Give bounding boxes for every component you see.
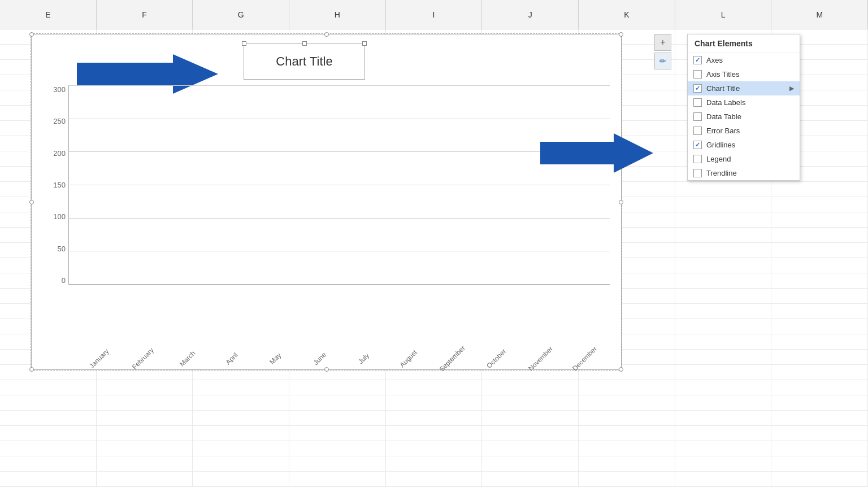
grid-cell[interactable] [675,334,772,349]
grid-cell[interactable] [579,472,675,486]
element-item-data-labels[interactable]: Data Labels [688,95,800,110]
grid-cell[interactable] [482,456,579,471]
grid-cell[interactable] [675,411,772,425]
grid-cell[interactable] [771,411,868,425]
checkbox-axes[interactable] [693,56,702,64]
handle-tl[interactable] [29,32,34,37]
checkbox-chart-title[interactable] [693,84,702,93]
grid-cell[interactable] [289,395,386,410]
grid-cell[interactable] [97,411,193,425]
checkbox-error-bars[interactable] [693,127,702,135]
grid-cell[interactable] [193,380,289,395]
chart-container[interactable]: Chart Title 300 250 200 150 100 50 0 [31,34,622,370]
grid-cell[interactable] [675,182,772,197]
grid-cell[interactable] [675,350,772,364]
grid-cell[interactable] [771,350,868,364]
grid-cell[interactable] [771,365,868,380]
grid-cell[interactable] [97,380,193,395]
handle-ml[interactable] [29,200,34,204]
grid-cell[interactable] [675,380,772,395]
grid-cell[interactable] [675,365,772,380]
grid-cell[interactable] [675,243,772,258]
grid-cell[interactable] [579,426,675,441]
grid-cell[interactable] [0,441,97,456]
grid-cell[interactable] [97,456,193,471]
grid-cell[interactable] [289,456,386,471]
grid-cell[interactable] [771,472,868,486]
grid-cell[interactable] [771,289,868,303]
grid-cell[interactable] [97,441,193,456]
checkbox-axis-titles[interactable] [693,70,702,79]
grid-cell[interactable] [193,472,289,486]
grid-cell[interactable] [193,441,289,456]
grid-cell[interactable] [289,441,386,456]
handle-tc[interactable] [324,32,329,37]
title-handle-tl[interactable] [242,41,246,46]
element-item-chart-title[interactable]: Chart Title▶ [688,81,800,95]
element-item-legend[interactable]: Legend [688,152,800,166]
grid-cell[interactable] [289,472,386,486]
grid-cell[interactable] [482,426,579,441]
title-handle-tc[interactable] [302,41,307,46]
grid-cell[interactable] [771,182,868,197]
chart-style-pencil-button[interactable]: ✏ [654,53,671,69]
grid-cell[interactable] [482,411,579,425]
grid-cell[interactable] [386,411,483,425]
grid-cell[interactable] [386,456,483,471]
grid-cell[interactable] [771,395,868,410]
grid-cell[interactable] [771,304,868,319]
grid-cell[interactable] [771,228,868,242]
grid-cell[interactable] [0,395,97,410]
grid-cell[interactable] [289,380,386,395]
grid-cell[interactable] [675,258,772,273]
grid-cell[interactable] [482,441,579,456]
grid-cell[interactable] [675,197,772,212]
grid-cell[interactable] [579,380,675,395]
grid-cell[interactable] [771,258,868,273]
grid-cell[interactable] [771,273,868,288]
checkbox-gridlines[interactable] [693,141,702,149]
handle-tr[interactable] [619,32,623,37]
grid-cell[interactable] [771,456,868,471]
grid-cell[interactable] [675,426,772,441]
handle-bc[interactable] [324,367,329,372]
chart-title-box[interactable]: Chart Title [244,43,365,80]
grid-cell[interactable] [579,456,675,471]
title-handle-tr[interactable] [362,41,367,46]
grid-cell[interactable] [771,380,868,395]
chart-elements-plus-button[interactable]: + [654,34,671,51]
grid-cell[interactable] [386,441,483,456]
grid-cell[interactable] [675,441,772,456]
grid-cell[interactable] [675,395,772,410]
checkbox-trendline[interactable] [693,169,702,177]
element-item-trendline[interactable]: Trendline [688,166,800,180]
grid-cell[interactable] [675,472,772,486]
grid-cell[interactable] [771,197,868,212]
grid-cell[interactable] [675,273,772,288]
element-item-axes[interactable]: Axes [688,53,800,67]
grid-cell[interactable] [193,426,289,441]
grid-cell[interactable] [579,395,675,410]
handle-br[interactable] [619,367,623,372]
grid-cell[interactable] [0,426,97,441]
grid-cell[interactable] [0,456,97,471]
grid-cell[interactable] [771,212,868,227]
grid-cell[interactable] [771,426,868,441]
grid-cell[interactable] [771,243,868,258]
grid-cell[interactable] [193,411,289,425]
grid-cell[interactable] [193,456,289,471]
grid-cell[interactable] [482,380,579,395]
grid-cell[interactable] [97,395,193,410]
checkbox-data-labels[interactable] [693,98,702,107]
grid-cell[interactable] [289,411,386,425]
grid-cell[interactable] [771,334,868,349]
grid-cell[interactable] [0,411,97,425]
grid-cell[interactable] [386,380,483,395]
grid-cell[interactable] [193,395,289,410]
handle-bl[interactable] [29,367,34,372]
grid-cell[interactable] [289,426,386,441]
grid-cell[interactable] [0,472,97,486]
grid-cell[interactable] [386,395,483,410]
grid-cell[interactable] [675,456,772,471]
grid-cell[interactable] [97,472,193,486]
